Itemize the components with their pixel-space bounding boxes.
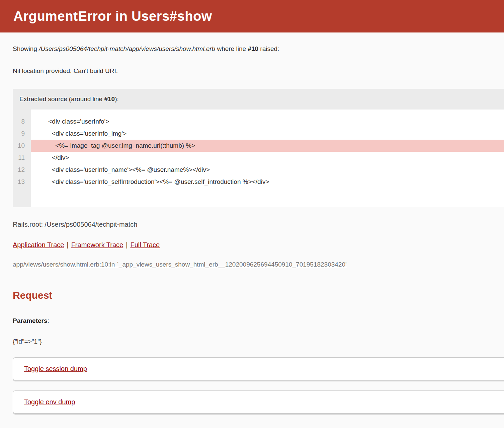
code-line-13: <div class='userInfo_selfIntroduction'><… (31, 176, 504, 188)
error-line-ref: #10 (248, 45, 258, 52)
toggle-session-dump-link[interactable]: Toggle session dump (24, 365, 87, 373)
code-line-8: <div class='userInfo'> (31, 116, 504, 128)
full-trace-link[interactable]: Full Trace (130, 241, 160, 248)
main-content: Showing /Users/ps005064/techpit-match/ap… (0, 45, 504, 414)
parameters-colon: : (48, 317, 49, 324)
toggle-env-dump-link[interactable]: Toggle env dump (24, 398, 75, 406)
source-header-suffix: ): (115, 95, 119, 102)
code-line-10-highlighted: <%= image_tag @user.img_name.url(:thumb)… (31, 140, 504, 152)
line-number: 13 (13, 176, 25, 188)
line-number: 10 (13, 140, 25, 152)
showing-prefix: Showing (13, 45, 39, 52)
trace-separator: | (126, 241, 128, 248)
error-header: ArgumentError in Users#show (0, 0, 504, 32)
line-number: 12 (13, 164, 25, 176)
trace-entry-link[interactable]: app/views/users/show.html.erb:10:in `_ap… (13, 261, 347, 268)
request-heading: Request (13, 290, 504, 301)
error-file-path: /Users/ps005064/techpit-match/app/views/… (39, 45, 215, 52)
line-number: 8 (13, 116, 25, 128)
trace-nav: Application Trace|Framework Trace|Full T… (13, 241, 504, 249)
code-line-11: </div> (31, 152, 504, 164)
rails-root-label: Rails.root: (13, 221, 45, 228)
application-trace-link[interactable]: Application Trace (13, 241, 64, 248)
parameters-label-line: Parameters: (13, 317, 504, 325)
line-number: 9 (13, 128, 25, 140)
source-code-viewer: 8 9 10 11 12 13 <div class='userInfo'> <… (13, 110, 504, 207)
rails-root-path: /Users/ps005064/techpit-match (45, 221, 138, 228)
line-number-gutter: 8 9 10 11 12 13 (13, 110, 31, 207)
error-message: Nil location provided. Can't build URI. (13, 67, 504, 75)
code-line-12: <div class='userInfo_name'><%= @user.nam… (31, 164, 504, 176)
source-code-lines: <div class='userInfo'> <div class='userI… (31, 110, 504, 207)
line-number: 11 (13, 152, 25, 164)
env-dump-box: Toggle env dump (13, 390, 504, 414)
extracted-source-panel: Extracted source (around line #10): 8 9 … (13, 89, 504, 207)
source-header-line-ref: #10 (104, 95, 115, 102)
rails-root-line: Rails.root: /Users/ps005064/techpit-matc… (13, 221, 504, 228)
showing-middle: where line (215, 45, 248, 52)
source-header-prefix: Extracted source (around line (19, 95, 104, 102)
code-line-9: <div class='userInfo_img'> (31, 128, 504, 140)
trace-separator: | (67, 241, 68, 248)
page-title: ArgumentError in Users#show (13, 9, 212, 24)
extracted-source-header: Extracted source (around line #10): (13, 89, 504, 110)
showing-line: Showing /Users/ps005064/techpit-match/ap… (13, 45, 504, 53)
parameters-value: {"id"=>"1"} (13, 338, 504, 345)
showing-suffix: raised: (258, 45, 279, 52)
parameters-label: Parameters (13, 317, 48, 324)
framework-trace-link[interactable]: Framework Trace (71, 241, 123, 248)
session-dump-box: Toggle session dump (13, 357, 504, 380)
